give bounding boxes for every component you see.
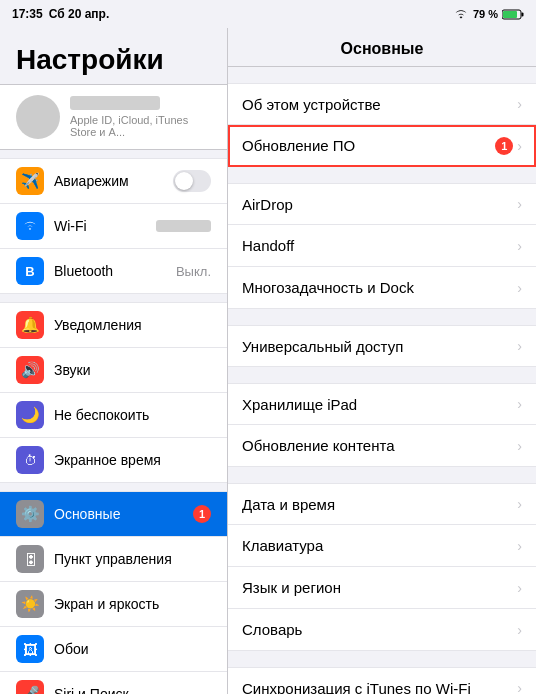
- itunessync-chevron: ›: [517, 680, 522, 694]
- notifications-label: Уведомления: [54, 317, 211, 333]
- right-item-keyboard[interactable]: Клавиатура ›: [228, 525, 536, 567]
- right-item-datetime[interactable]: Дата и время ›: [228, 483, 536, 525]
- sidebar-item-notifications[interactable]: 🔔 Уведомления: [0, 302, 227, 348]
- dictionary-label: Словарь: [242, 621, 517, 638]
- status-bar-left: 17:35 Сб 20 апр.: [12, 7, 109, 21]
- siri-icon: 🎤: [16, 680, 44, 694]
- right-item-contentupdate[interactable]: Обновление контента ›: [228, 425, 536, 467]
- dnd-icon: 🌙: [16, 401, 44, 429]
- storage-chevron: ›: [517, 396, 522, 412]
- wifi-sidebar-icon: [16, 212, 44, 240]
- airplane-icon: ✈️: [16, 167, 44, 195]
- sounds-icon: 🔊: [16, 356, 44, 384]
- bluetooth-value: Выкл.: [176, 264, 211, 279]
- display-label: Экран и яркость: [54, 596, 211, 612]
- bluetooth-label: Bluetooth: [54, 263, 176, 279]
- screentime-icon: ⏱: [16, 446, 44, 474]
- siri-label: Siri и Поиск: [54, 686, 211, 694]
- language-chevron: ›: [517, 580, 522, 596]
- right-item-multitask[interactable]: Многозадачность и Dock ›: [228, 267, 536, 309]
- controlcenter-label: Пункт управления: [54, 551, 211, 567]
- sidebar: Настройки Apple ID, iCloud, iTunes Store…: [0, 28, 228, 694]
- softwareupdate-chevron: ›: [517, 138, 522, 154]
- wifi-value: [156, 220, 211, 232]
- display-icon: ☀️: [16, 590, 44, 618]
- storage-label: Хранилище iPad: [242, 396, 517, 413]
- accessibility-chevron: ›: [517, 338, 522, 354]
- bluetooth-icon: B: [16, 257, 44, 285]
- right-group-6: Синхронизация с iTunes по Wi-Fi › VPN Не…: [228, 667, 536, 694]
- sidebar-item-general[interactable]: ⚙️ Основные 1: [0, 491, 227, 537]
- date-display: Сб 20 апр.: [49, 7, 110, 21]
- right-group-2: AirDrop › Handoff › Многозадачность и Do…: [228, 183, 536, 309]
- sidebar-item-dnd[interactable]: 🌙 Не беспокоить: [0, 393, 227, 438]
- sounds-label: Звуки: [54, 362, 211, 378]
- wifi-label: Wi-Fi: [54, 218, 156, 234]
- right-panel: Основные Об этом устройстве › Обновление…: [228, 28, 536, 694]
- right-item-dictionary[interactable]: Словарь ›: [228, 609, 536, 651]
- contentupdate-chevron: ›: [517, 438, 522, 454]
- sidebar-item-airplane[interactable]: ✈️ Авиарежим: [0, 158, 227, 204]
- sidebar-item-controlcenter[interactable]: 🎛 Пункт управления: [0, 537, 227, 582]
- sidebar-item-bluetooth[interactable]: B Bluetooth Выкл.: [0, 249, 227, 294]
- airplane-label: Авиарежим: [54, 173, 173, 189]
- sidebar-group-general: ⚙️ Основные 1 🎛 Пункт управления ☀️ Экра…: [0, 491, 227, 694]
- airdrop-label: AirDrop: [242, 196, 517, 213]
- avatar: [16, 95, 60, 139]
- sidebar-item-wifi[interactable]: Wi-Fi: [0, 204, 227, 249]
- right-group-5: Дата и время › Клавиатура › Язык и регио…: [228, 483, 536, 651]
- right-group-4: Хранилище iPad › Обновление контента ›: [228, 383, 536, 467]
- status-bar: 17:35 Сб 20 апр. 79 %: [0, 0, 536, 28]
- right-item-storage[interactable]: Хранилище iPad ›: [228, 383, 536, 425]
- language-label: Язык и регион: [242, 579, 517, 596]
- profile-sub: Apple ID, iCloud, iTunes Store и А...: [70, 114, 211, 138]
- dictionary-chevron: ›: [517, 622, 522, 638]
- airplane-toggle[interactable]: [173, 170, 211, 192]
- general-badge: 1: [193, 505, 211, 523]
- sidebar-item-sounds[interactable]: 🔊 Звуки: [0, 348, 227, 393]
- notifications-icon: 🔔: [16, 311, 44, 339]
- sidebar-item-screentime[interactable]: ⏱ Экранное время: [0, 438, 227, 483]
- right-item-about[interactable]: Об этом устройстве ›: [228, 83, 536, 125]
- right-item-handoff[interactable]: Handoff ›: [228, 225, 536, 267]
- wallpaper-icon: 🖼: [16, 635, 44, 663]
- about-label: Об этом устройстве: [242, 96, 517, 113]
- right-item-accessibility[interactable]: Универсальный доступ ›: [228, 325, 536, 367]
- about-chevron: ›: [517, 96, 522, 112]
- wallpaper-label: Обои: [54, 641, 211, 657]
- accessibility-label: Универсальный доступ: [242, 338, 517, 355]
- softwareupdate-label: Обновление ПО: [242, 137, 495, 154]
- multitask-label: Многозадачность и Dock: [242, 279, 517, 296]
- contentupdate-label: Обновление контента: [242, 437, 517, 454]
- handoff-label: Handoff: [242, 237, 517, 254]
- keyboard-chevron: ›: [517, 538, 522, 554]
- right-item-language[interactable]: Язык и регион ›: [228, 567, 536, 609]
- itunessync-label: Синхронизация с iTunes по Wi-Fi: [242, 680, 517, 695]
- sidebar-title: Настройки: [0, 28, 227, 84]
- handoff-chevron: ›: [517, 238, 522, 254]
- sidebar-item-siri[interactable]: 🎤 Siri и Поиск: [0, 672, 227, 694]
- right-item-softwareupdate[interactable]: Обновление ПО 1 ›: [228, 125, 536, 167]
- sidebar-group-network: ✈️ Авиарежим Wi-Fi B Bluetooth Выкл: [0, 158, 227, 294]
- right-group-3: Универсальный доступ ›: [228, 325, 536, 367]
- wifi-icon: [453, 8, 469, 20]
- svg-rect-2: [503, 11, 517, 18]
- profile-section[interactable]: Apple ID, iCloud, iTunes Store и А...: [0, 84, 227, 150]
- status-bar-right: 79 %: [453, 8, 524, 20]
- right-item-airdrop[interactable]: AirDrop ›: [228, 183, 536, 225]
- main-layout: Настройки Apple ID, iCloud, iTunes Store…: [0, 28, 536, 694]
- sidebar-item-wallpaper[interactable]: 🖼 Обои: [0, 627, 227, 672]
- svg-rect-1: [522, 12, 524, 16]
- battery-display: 79 %: [473, 8, 498, 20]
- airdrop-chevron: ›: [517, 196, 522, 212]
- dnd-label: Не беспокоить: [54, 407, 211, 423]
- controlcenter-icon: 🎛: [16, 545, 44, 573]
- right-item-itunessync[interactable]: Синхронизация с iTunes по Wi-Fi ›: [228, 667, 536, 694]
- sidebar-group-notifications: 🔔 Уведомления 🔊 Звуки 🌙 Не беспокоить ⏱ …: [0, 302, 227, 483]
- softwareupdate-badge: 1: [495, 137, 513, 155]
- multitask-chevron: ›: [517, 280, 522, 296]
- sidebar-item-display[interactable]: ☀️ Экран и яркость: [0, 582, 227, 627]
- general-label: Основные: [54, 506, 193, 522]
- time-display: 17:35: [12, 7, 43, 21]
- datetime-chevron: ›: [517, 496, 522, 512]
